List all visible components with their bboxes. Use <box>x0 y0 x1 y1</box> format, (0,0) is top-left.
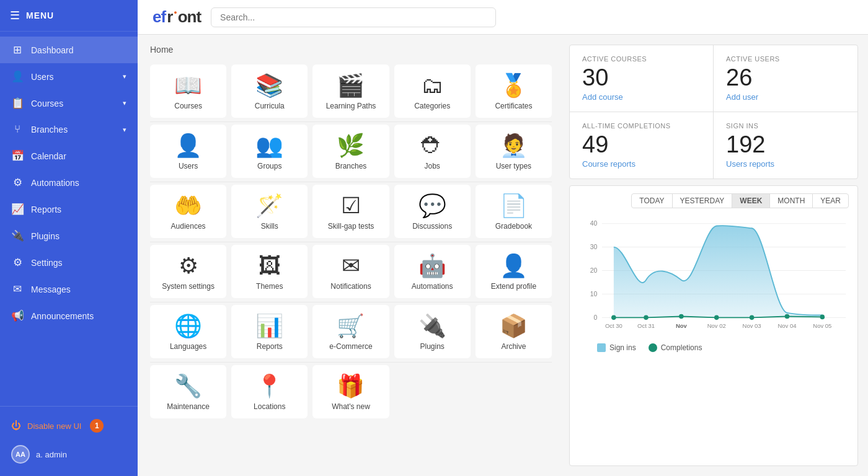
breadcrumb: Home <box>150 45 552 55</box>
icon-item-categories[interactable]: 🗂 Categories <box>394 64 471 118</box>
icon-item-extend-profile[interactable]: 👤 Extend profile <box>476 245 552 298</box>
icon-row-3: ⚙ System settings🖼 Themes✉ Notifications… <box>150 245 552 298</box>
signin-legend-color <box>597 343 606 352</box>
dashboard-icon: ⊞ <box>11 43 24 56</box>
chart-area: 40 30 20 10 0 <box>578 214 849 338</box>
completions-card: ALL-TIME COMPLETIONS 49 Course reports <box>570 112 714 178</box>
icon-item-learning-paths[interactable]: 🎬 Learning Paths <box>312 64 389 118</box>
icon-item-courses[interactable]: 📖 Courses <box>150 64 226 118</box>
e-Commerce-icon: 🛒 <box>337 315 365 337</box>
Skill-gap tests-icon: ☑ <box>341 195 361 217</box>
icon-item-maintenance[interactable]: 🔧 Maintenance <box>150 365 226 418</box>
Skills-icon: 🪄 <box>255 195 283 217</box>
Reports-label: Reports <box>257 342 283 351</box>
icon-item-certificates[interactable]: 🏅 Certificates <box>476 64 552 118</box>
Reports-icon: 📊 <box>255 315 283 337</box>
sidebar-item-branches[interactable]: ⑂ Branches ▾ <box>0 117 138 143</box>
Extend profile-icon: 👤 <box>500 255 528 277</box>
completion-legend: Completions <box>649 343 702 352</box>
chart-container: TODAYYESTERDAYWEEKMONTHYEAR 40 30 20 10 <box>569 185 858 466</box>
sidebar-item-messages[interactable]: ✉ Messages <box>0 276 138 302</box>
What's new-icon: 🎁 <box>337 375 365 397</box>
sidebar-item-announcements[interactable]: 📢 Announcements <box>0 302 138 329</box>
hamburger-icon[interactable]: ☰ <box>10 9 20 22</box>
announcements-icon: 📢 <box>11 309 24 322</box>
svg-text:Oct 30: Oct 30 <box>605 322 622 329</box>
sidebar-label-reports: Reports <box>31 205 61 214</box>
course-reports-link[interactable]: Course reports <box>582 159 701 169</box>
settings-icon: ⚙ <box>11 256 24 269</box>
icon-item-skills[interactable]: 🪄 Skills <box>231 185 308 238</box>
icon-item-archive[interactable]: 📦 Archive <box>476 305 552 358</box>
chart-tab-month[interactable]: MONTH <box>769 193 813 208</box>
sidebar-item-reports[interactable]: 📈 Reports <box>0 196 138 223</box>
search-input[interactable] <box>211 7 496 27</box>
right-panel: ACTIVE COURSES 30 Add course ACTIVE USER… <box>564 35 868 476</box>
icon-item-system-settings[interactable]: ⚙ System settings <box>150 245 226 298</box>
icon-item-skill-gap-tests[interactable]: ☑ Skill-gap tests <box>312 185 389 238</box>
Branches-label: Branches <box>335 162 367 170</box>
users-reports-link[interactable]: Users reports <box>726 159 845 169</box>
sidebar-header: ☰ MENU <box>0 0 138 32</box>
icon-item-themes[interactable]: 🖼 Themes <box>231 245 308 298</box>
notification-badge: 1 <box>90 419 104 433</box>
e-Commerce-label: e-Commerce <box>329 342 372 351</box>
completion-legend-color <box>649 343 657 352</box>
branches-icon: ⑂ <box>11 123 24 136</box>
icon-item-gradebook[interactable]: 📄 Gradebook <box>476 185 552 238</box>
add-user-link[interactable]: Add user <box>726 92 845 102</box>
icon-item-jobs[interactable]: ⛑ Jobs <box>394 125 471 178</box>
icon-item-curricula[interactable]: 📚 Curricula <box>231 64 308 118</box>
Gradebook-icon: 📄 <box>500 195 528 217</box>
Branches-icon: 🌿 <box>337 134 365 157</box>
logo-dot: ● <box>174 9 176 15</box>
sidebar-item-automations[interactable]: ⚙ Automations <box>0 169 138 196</box>
icon-item-automations[interactable]: 🤖 Automations <box>394 245 471 298</box>
sidebar-item-plugins[interactable]: 🔌 Plugins <box>0 223 138 249</box>
icon-item-users[interactable]: 👤 Users <box>150 125 226 178</box>
chart-tab-year[interactable]: YEAR <box>812 193 849 208</box>
chart-tab-yesterday[interactable]: YESTERDAY <box>672 193 733 208</box>
add-course-link[interactable]: Add course <box>582 92 701 102</box>
Curricula-icon: 📚 <box>255 74 283 97</box>
Learning Paths-icon: 🎬 <box>337 74 365 97</box>
icon-item-e-commerce[interactable]: 🛒 e-Commerce <box>312 305 389 358</box>
chart-tab-today[interactable]: TODAY <box>631 193 672 208</box>
icon-item-user-types[interactable]: 🧑‍💼 User types <box>476 125 552 178</box>
Courses-icon: 📖 <box>174 74 202 97</box>
svg-point-10 <box>644 315 649 320</box>
sidebar-item-users[interactable]: 👤 Users ▾ <box>0 63 138 90</box>
icon-item-branches[interactable]: 🌿 Branches <box>312 125 389 178</box>
Groups-label: Groups <box>257 162 281 170</box>
icon-item-plugins[interactable]: 🔌 Plugins <box>394 305 471 358</box>
Automations-icon: 🤖 <box>418 255 446 277</box>
svg-text:Nov 02: Nov 02 <box>707 322 726 329</box>
sidebar-item-courses[interactable]: 📋 Courses ▾ <box>0 90 138 117</box>
completions-label: ALL-TIME COMPLETIONS <box>582 122 701 130</box>
icon-item-locations[interactable]: 📍 Locations <box>231 365 308 418</box>
icon-item-what-s-new[interactable]: 🎁 What's new <box>312 365 389 418</box>
Categories-icon: 🗂 <box>421 74 443 97</box>
logo: efr●ont <box>153 7 201 27</box>
Certificates-label: Certificates <box>495 102 532 110</box>
icon-item-audiences[interactable]: 🤲 Audiences <box>150 185 226 238</box>
icon-item-discussions[interactable]: 💬 Discussions <box>394 185 471 238</box>
sidebar-item-settings[interactable]: ⚙ Settings <box>0 249 138 276</box>
chevron-users-icon: ▾ <box>123 73 126 81</box>
icon-item-notifications[interactable]: ✉ Notifications <box>312 245 389 298</box>
chart-tab-week[interactable]: WEEK <box>732 193 770 208</box>
reports-icon: 📈 <box>11 203 24 216</box>
icon-item-groups[interactable]: 👥 Groups <box>231 125 308 178</box>
svg-text:Nov 03: Nov 03 <box>743 322 761 329</box>
svg-text:30: 30 <box>590 244 598 250</box>
svg-point-15 <box>820 314 825 319</box>
disable-new-ui-button[interactable]: ⏻ Disable new UI 1 <box>0 413 138 439</box>
sidebar-label-dashboard: Dashboard <box>31 45 74 55</box>
sidebar-item-calendar[interactable]: 📅 Calendar <box>0 143 138 169</box>
sidebar-item-dashboard[interactable]: ⊞ Dashboard <box>0 37 138 63</box>
icon-item-reports[interactable]: 📊 Reports <box>231 305 308 358</box>
user-info[interactable]: AA a. admin <box>0 439 138 470</box>
Discussions-icon: 💬 <box>418 195 446 217</box>
icon-item-languages[interactable]: 🌐 Languages <box>150 305 226 358</box>
power-icon: ⏻ <box>11 420 21 431</box>
